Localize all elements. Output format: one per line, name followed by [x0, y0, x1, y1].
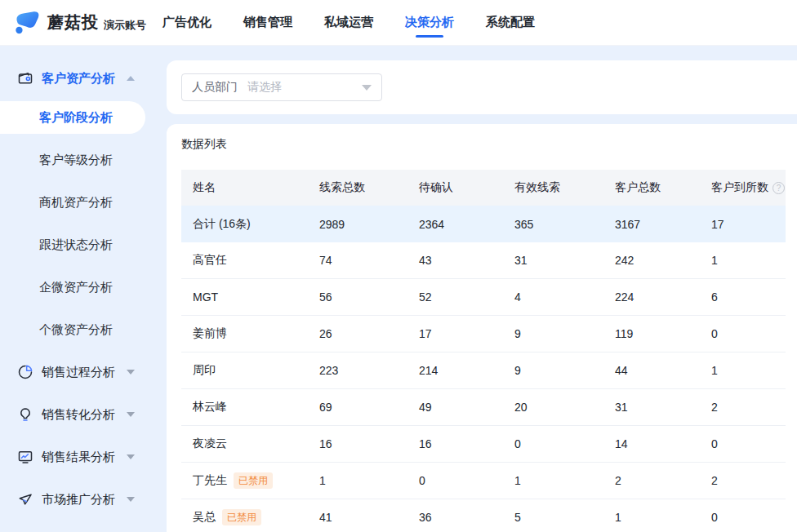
sidebar-group-3[interactable]: 销售结果分析 [0, 436, 165, 478]
sidebar-group-1[interactable]: 销售过程分析 [0, 351, 165, 393]
value-cell: 56 [308, 290, 407, 304]
table-row: 高官任7443312421 [181, 242, 786, 279]
value-cell: 5 [503, 511, 603, 524]
value-cell: 2 [603, 474, 700, 487]
sidebar-item-0-1[interactable]: 客户等级分析 [0, 139, 165, 181]
column-header-label: 客户总数 [615, 180, 661, 195]
top-nav: 广告优化销售管理私域运营决策分析系统配置 [163, 0, 535, 45]
chevron-down-icon [362, 85, 372, 91]
sidebar-item-0-0[interactable]: 客户阶段分析 [0, 96, 165, 139]
main-content: 人员部门 请选择 数据列表 姓名线索总数待确认有效线索客户总数客户到所数?合计 … [165, 46, 797, 532]
filter-card: 人员部门 请选择 [167, 60, 797, 114]
value-cell: 41 [308, 511, 407, 524]
row-name: 林云峰 [193, 400, 227, 415]
sidebar-group-label: 客户资产分析 [42, 71, 115, 86]
column-header-4: 客户总数 [603, 180, 700, 195]
list-title: 数据列表 [181, 137, 786, 152]
wallet-icon [16, 69, 34, 87]
nav-item-label: 销售管理 [243, 15, 292, 30]
sidebar-group-0[interactable]: 客户资产分析 [0, 60, 165, 96]
value-cell: 0 [700, 327, 786, 340]
sidebar-item-label: 个微资产分析 [0, 322, 113, 338]
sidebar-item-0-4[interactable]: 企微资产分析 [0, 266, 165, 308]
department-select[interactable]: 人员部门 请选择 [181, 73, 382, 101]
value-cell: 20 [503, 401, 603, 414]
value-cell: 17 [407, 327, 503, 340]
sidebar-item-label: 企微资产分析 [0, 280, 113, 295]
row-name: 姜前博 [193, 326, 227, 341]
value-cell: 69 [308, 401, 407, 414]
value-cell: 44 [603, 364, 700, 377]
sidebar-group-4[interactable]: 市场推广分析 [0, 478, 165, 521]
value-cell: 14 [603, 437, 700, 450]
mushroom-cloud-logo-icon [11, 8, 41, 38]
sidebar-item-0-2[interactable]: 商机资产分析 [0, 181, 165, 224]
sidebar-group-label: 销售转化分析 [42, 407, 115, 423]
top-header: 蘑菇投 演示账号 广告优化销售管理私域运营决策分析系统配置 [0, 0, 797, 46]
value-cell: 26 [308, 327, 407, 340]
chevron-down-icon [127, 497, 135, 502]
nav-item-1[interactable]: 销售管理 [243, 0, 292, 45]
sidebar-item-0-3[interactable]: 跟进状态分析 [0, 224, 165, 266]
value-cell: 1 [503, 474, 603, 487]
table-row: 周印2232149441 [181, 352, 786, 389]
name-cell: 周印 [181, 363, 308, 378]
value-cell: 4 [503, 290, 603, 304]
name-cell: 吴总已禁用 [181, 509, 308, 525]
value-cell: 6 [700, 290, 786, 304]
value-cell: 214 [407, 364, 503, 377]
nav-item-label: 决策分析 [405, 15, 454, 30]
nav-item-label: 私域运营 [324, 15, 373, 30]
row-name: 高官任 [193, 253, 227, 268]
table-row: 吴总已禁用4136510 [181, 499, 786, 532]
pie-chart-icon [16, 363, 34, 381]
row-name: 合计 (16条) [193, 217, 251, 232]
sidebar-item-label: 商机资产分析 [0, 195, 113, 211]
chevron-down-icon [127, 370, 135, 375]
nav-item-2[interactable]: 私域运营 [324, 0, 373, 45]
name-cell: 丁先生已禁用 [181, 472, 308, 489]
value-cell: 0 [407, 474, 503, 487]
name-cell: MGT [181, 290, 308, 304]
column-header-label: 姓名 [193, 180, 216, 195]
nav-item-3[interactable]: 决策分析 [405, 0, 454, 45]
value-cell: 1 [603, 511, 700, 524]
name-cell: 林云峰 [181, 400, 308, 415]
sidebar-item-label: 客户等级分析 [0, 153, 113, 168]
table-row: MGT565242246 [181, 279, 786, 316]
sidebar-group-label: 市场推广分析 [42, 492, 115, 508]
value-cell: 2 [700, 474, 786, 487]
nav-item-label: 系统配置 [486, 15, 535, 30]
brand: 蘑菇投 演示账号 [0, 8, 163, 38]
value-cell: 16 [407, 437, 503, 450]
data-list-card: 数据列表 姓名线索总数待确认有效线索客户总数客户到所数?合计 (16条)2989… [167, 124, 797, 532]
value-cell: 74 [308, 254, 407, 267]
table-header-row: 姓名线索总数待确认有效线索客户总数客户到所数? [181, 170, 786, 206]
value-cell: 0 [503, 437, 603, 450]
name-cell: 夜凌云 [181, 437, 308, 451]
brand-subtitle: 演示账号 [104, 18, 146, 33]
row-name: 周印 [193, 363, 216, 378]
sidebar-group-2[interactable]: 销售转化分析 [0, 393, 165, 436]
table-row: 丁先生已禁用10122 [181, 463, 786, 499]
value-cell: 43 [407, 254, 503, 267]
select-placeholder: 请选择 [247, 80, 282, 95]
value-cell: 31 [503, 254, 603, 267]
value-cell: 2 [700, 401, 786, 414]
sidebar-item-0-5[interactable]: 个微资产分析 [0, 308, 165, 351]
column-header-3: 有效线索 [503, 180, 603, 195]
question-circle-icon[interactable]: ? [773, 182, 785, 194]
value-cell: 2989 [308, 218, 407, 231]
summary-row: 合计 (16条)29892364365316717 [181, 206, 786, 242]
sidebar-group-label: 销售过程分析 [42, 365, 115, 380]
disabled-badge: 已禁用 [222, 509, 261, 525]
value-cell: 9 [503, 327, 603, 340]
value-cell: 16 [308, 437, 407, 450]
nav-item-4[interactable]: 系统配置 [486, 0, 535, 45]
sidebar-item-label: 客户阶段分析 [0, 110, 113, 126]
column-header-1: 线索总数 [308, 180, 407, 195]
value-cell: 242 [603, 254, 700, 267]
sidebar-group-label: 销售结果分析 [42, 450, 115, 465]
paper-plane-icon [16, 490, 34, 508]
nav-item-0[interactable]: 广告优化 [163, 0, 211, 45]
